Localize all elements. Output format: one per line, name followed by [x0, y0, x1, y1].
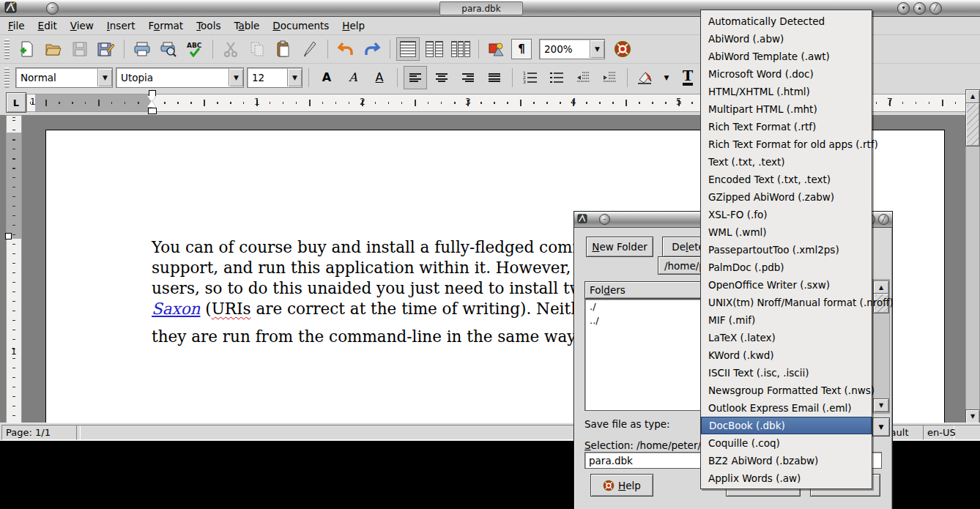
format-option[interactable]: Coquille (.coq) — [701, 434, 872, 452]
format-option[interactable]: MIF (.mif) — [701, 311, 872, 329]
indent-marker[interactable] — [146, 89, 157, 115]
format-option[interactable]: OpenOffice Writer (.sxw) — [701, 276, 872, 294]
main-vertical-scrollbar[interactable]: ▲ ▼ — [965, 89, 979, 423]
font-combobox[interactable]: Utopia ▼ — [116, 67, 244, 88]
print-preview-button[interactable] — [157, 37, 180, 61]
increase-indent-button[interactable] — [598, 66, 621, 89]
copy-button[interactable] — [245, 37, 269, 61]
format-option[interactable]: AbiWord (.abw) — [701, 30, 872, 48]
format-option[interactable]: Encoded Text (.txt, .text) — [701, 171, 872, 188]
format-option[interactable]: PalmDoc (.pdb) — [701, 259, 872, 276]
menu-item[interactable]: File — [1, 18, 31, 33]
help-button[interactable]: Help — [590, 474, 653, 497]
format-option[interactable]: WML (.wml) — [701, 223, 872, 241]
format-combobox-arrow[interactable]: ▼ — [872, 417, 890, 436]
format-option[interactable]: Multipart HTML (.mht) — [701, 100, 872, 118]
chevron-down-icon[interactable]: ▼ — [229, 69, 243, 86]
new-document-button[interactable] — [15, 37, 39, 61]
bold-button[interactable]: A — [315, 66, 338, 89]
highlight-color-dropdown[interactable]: ▼ — [660, 66, 673, 89]
print-button[interactable] — [130, 37, 154, 61]
two-column-view-button[interactable] — [423, 37, 446, 61]
save-button[interactable] — [68, 37, 92, 61]
vertical-margin-marker[interactable] — [5, 233, 12, 239]
format-option[interactable]: ISCII Text (.isc, .iscii) — [701, 364, 872, 382]
insert-image-button[interactable] — [485, 37, 508, 61]
menu-item[interactable]: Tools — [190, 18, 227, 33]
paste-button[interactable] — [272, 37, 295, 61]
help-button[interactable] — [611, 37, 634, 61]
open-button[interactable] — [42, 37, 65, 61]
format-option[interactable]: XSL-FO (.fo) — [701, 206, 872, 223]
undo-button[interactable] — [334, 37, 357, 61]
cut-button[interactable] — [219, 37, 242, 61]
format-option[interactable]: Text (.txt, .text) — [701, 153, 872, 171]
numbered-list-button[interactable]: 123 — [519, 66, 542, 89]
spellcheck-button[interactable]: ABC — [183, 37, 207, 61]
highlight-color-button[interactable] — [634, 66, 657, 89]
menu-item[interactable]: Insert — [100, 18, 142, 33]
scrollbar-thumb[interactable] — [965, 103, 980, 146]
tab-stop-selector-button[interactable]: L — [6, 92, 26, 113]
format-option[interactable]: Microsoft Word (.doc) — [701, 65, 872, 83]
one-column-view-button[interactable] — [396, 37, 420, 61]
format-option[interactable]: UNIX(tm) Nroff/Manual format (.nroff) — [701, 294, 872, 311]
three-column-view-button[interactable] — [449, 37, 472, 61]
decrease-indent-button[interactable] — [571, 66, 595, 89]
italic-button[interactable]: A — [341, 66, 365, 89]
redo-button[interactable] — [360, 37, 384, 61]
vertical-ruler[interactable]: 1 — [6, 115, 22, 424]
align-center-button[interactable] — [430, 66, 453, 89]
scroll-up-button[interactable]: ▲ — [965, 89, 980, 104]
save-as-button[interactable] — [94, 37, 118, 61]
misspelled-word[interactable]: URIs — [212, 300, 251, 318]
folders-header[interactable]: Folders — [584, 281, 716, 299]
format-option[interactable]: GZipped AbiWord (.zabw) — [701, 188, 872, 206]
align-right-button[interactable] — [456, 66, 480, 89]
align-left-button[interactable] — [404, 66, 427, 89]
dialog-close-button[interactable]: ╱ — [878, 214, 889, 225]
format-painter-button[interactable] — [298, 37, 322, 61]
format-option[interactable]: HTML/XHTML (.html) — [701, 83, 872, 100]
menu-item[interactable]: Help — [335, 18, 371, 33]
window-menu-button[interactable]: – — [46, 2, 59, 15]
menu-item[interactable]: Table — [227, 18, 266, 33]
format-option[interactable]: LaTeX (.latex) — [701, 329, 872, 346]
format-option[interactable]: PassepartoutToo (.xml2ps) — [701, 241, 872, 259]
folder-item[interactable]: ./ — [585, 300, 716, 313]
format-option[interactable]: DocBook (.dbk) — [701, 417, 872, 434]
format-option[interactable]: BZ2 AbiWord (.bzabw) — [701, 452, 872, 469]
format-option[interactable]: AbiWord Template (.awt) — [701, 48, 872, 65]
show-formatting-marks-button[interactable]: ¶ — [511, 39, 532, 59]
folders-list[interactable]: ./../ — [584, 299, 716, 411]
bullet-list-button[interactable] — [545, 66, 568, 89]
dialog-window-menu-button[interactable]: – — [599, 214, 610, 225]
folder-item[interactable]: ../ — [585, 313, 716, 327]
chevron-down-icon[interactable]: ▼ — [97, 69, 112, 86]
toolbar-grip[interactable] — [4, 67, 10, 88]
align-justify-button[interactable] — [483, 66, 506, 89]
close-button[interactable]: ╱ — [929, 2, 942, 15]
hyperlink[interactable]: Saxon — [152, 300, 200, 318]
menu-item[interactable]: Documents — [266, 18, 335, 33]
menu-item[interactable]: Edit — [31, 18, 64, 33]
format-option[interactable]: Rich Text Format for old apps (.rtf) — [701, 135, 872, 153]
format-option[interactable]: Applix Words (.aw) — [701, 469, 872, 487]
scroll-down-button[interactable]: ▼ — [873, 398, 889, 412]
maximize-button[interactable]: ▴ — [913, 2, 926, 15]
style-combobox[interactable]: Normal ▼ — [15, 67, 113, 88]
menu-item[interactable]: Format — [142, 18, 190, 33]
font-size-combobox[interactable]: 12 ▼ — [247, 67, 302, 88]
scroll-down-button[interactable]: ▼ — [965, 409, 980, 424]
minimize-button[interactable]: ▾ — [897, 2, 910, 15]
underline-button[interactable]: A — [368, 66, 391, 89]
menu-item[interactable]: View — [64, 18, 100, 33]
toolbar-grip[interactable] — [4, 39, 10, 59]
zoom-combobox[interactable]: 200% ▼ — [539, 39, 605, 59]
chevron-down-icon[interactable]: ▼ — [590, 40, 604, 58]
format-option[interactable]: KWord (.kwd) — [701, 346, 872, 364]
format-option[interactable]: Automatically Detected — [701, 12, 872, 30]
font-color-button[interactable]: T — [676, 66, 699, 89]
format-option[interactable]: Rich Text Format (.rtf) — [701, 118, 872, 135]
chevron-down-icon[interactable]: ▼ — [287, 69, 302, 86]
